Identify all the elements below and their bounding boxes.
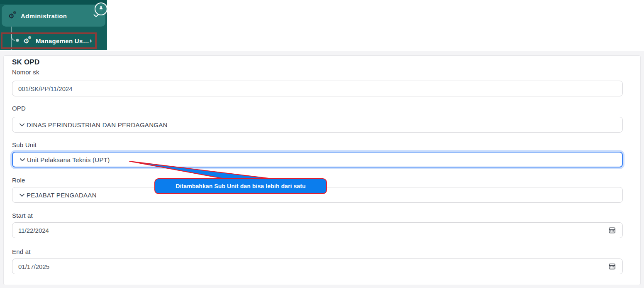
nomor-sk-label: Nomor sk [12, 69, 39, 76]
end-at-date-input[interactable] [18, 263, 607, 270]
sidebar-item-administration[interactable]: ⚙ ⚙ Administration [2, 5, 105, 27]
chevron-down-icon [19, 123, 25, 127]
sub-unit-selected-value: Unit Pelaksana Teknis (UPT) [27, 156, 110, 163]
opd-selected-value: DINAS PERINDUSTRIAN DAN PERDAGANGAN [27, 121, 168, 128]
pin-icon[interactable] [95, 2, 107, 15]
opd-select[interactable]: DINAS PERINDUSTRIAN DAN PERDAGANGAN [12, 117, 623, 133]
gears-icon: ⚙ ⚙ [23, 37, 32, 45]
annotation-text: Ditambahkan Sub Unit dan bisa lebih dari… [176, 183, 305, 190]
start-at-date-input[interactable] [18, 227, 607, 234]
role-label: Role [12, 177, 25, 184]
gears-icon: ⚙ ⚙ [8, 12, 17, 20]
calendar-icon[interactable] [607, 262, 617, 271]
nomor-sk-input[interactable] [18, 85, 617, 92]
sidebar-item-managemen-user[interactable]: ⚙ ⚙ Managemen Us… › [1, 32, 97, 49]
page-title: SK OPD [12, 58, 39, 66]
calendar-icon[interactable] [607, 226, 617, 235]
sidebar-item-label: Administration [21, 12, 67, 20]
sk-opd-form-card: SK OPD Nomor sk OPD DINAS PERINDUSTRIAN … [3, 55, 641, 285]
role-selected-value: PEJABAT PENGADAAN [27, 192, 97, 199]
chevron-down-icon [19, 193, 25, 197]
end-at-label: End at [12, 248, 31, 255]
sub-unit-select[interactable]: Unit Pelaksana Teknis (UPT) [12, 152, 623, 167]
opd-label: OPD [12, 105, 26, 112]
chevron-right-icon: › [90, 37, 92, 44]
sub-unit-label: Sub Unit [12, 141, 37, 148]
start-at-label: Start at [12, 212, 33, 219]
sidebar-menu-fragment: ⚙ ⚙ Administration ⚙ ⚙ Managemen Us… › [0, 0, 107, 50]
end-at-field-wrap [12, 258, 623, 274]
start-at-field-wrap [12, 222, 623, 238]
sidebar-item-label: Managemen Us… [36, 37, 89, 44]
sidebar-top-strip [0, 0, 107, 4]
chevron-down-icon [20, 158, 25, 162]
annotation-callout: Ditambahkan Sub Unit dan bisa lebih dari… [154, 178, 327, 194]
nomor-sk-field-wrap [12, 81, 623, 96]
